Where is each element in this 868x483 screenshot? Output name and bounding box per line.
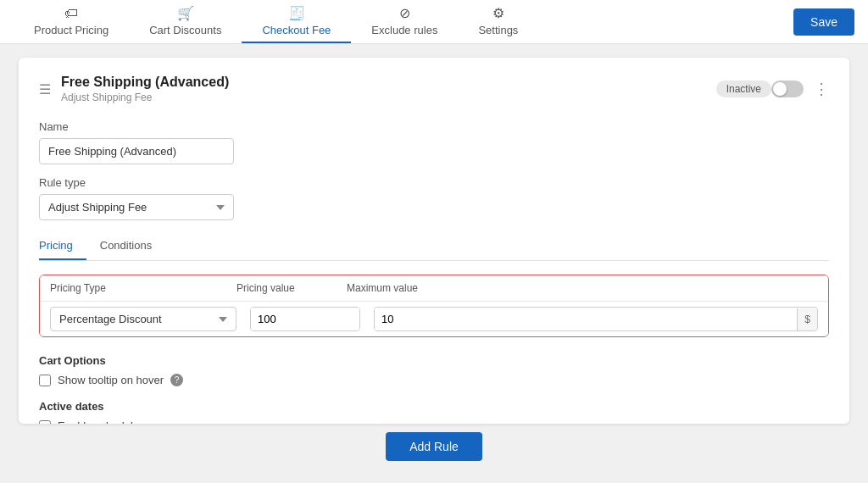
pricing-value-wrap: % <box>250 307 360 331</box>
tab-pricing-label: Pricing <box>39 239 73 252</box>
tab-cart-discounts-label: Cart Discounts <box>149 24 221 36</box>
name-label: Name <box>39 120 829 133</box>
sub-tab-bar: Pricing Conditions <box>39 232 829 261</box>
header-right: ⋮ <box>771 80 829 98</box>
rule-type-label: Rule type <box>39 176 829 189</box>
tab-exclude-rules[interactable]: ⊘ Exclude rules <box>351 0 458 43</box>
col-header-value: Pricing value <box>236 282 347 294</box>
pricing-table-row: Percentage Discount % $ <box>40 302 828 336</box>
tooltip-row: Show tooltip on hover ? <box>39 374 829 386</box>
card-title-block: Free Shipping (Advanced) Adjust Shipping… <box>61 75 703 103</box>
schedule-checkbox[interactable] <box>39 420 51 425</box>
active-toggle[interactable] <box>771 80 804 97</box>
pricing-max-input[interactable] <box>375 308 797 330</box>
nav-tabs: 🏷 Product Pricing 🛒 Cart Discounts 🧾 Che… <box>14 0 793 43</box>
col-header-type: Pricing Type <box>50 282 236 294</box>
pricing-max-wrap: $ <box>374 307 818 331</box>
main-area: ☰ Free Shipping (Advanced) Adjust Shippi… <box>0 44 868 483</box>
col-header-max: Maximum value <box>347 282 818 294</box>
tooltip-label: Show tooltip on hover <box>58 374 164 386</box>
tooltip-checkbox[interactable] <box>39 375 51 386</box>
tab-cart-discounts[interactable]: 🛒 Cart Discounts <box>129 0 242 43</box>
save-button[interactable]: Save <box>793 8 854 36</box>
checkout-fee-icon: 🧾 <box>288 5 305 21</box>
pricing-table-header: Pricing Type Pricing value Maximum value <box>40 275 828 302</box>
active-dates-section: Active dates Enable schedule <box>39 400 829 424</box>
bottom-bar: Add Rule <box>386 424 482 469</box>
rule-type-field-group: Rule type Adjust Shipping Fee <box>39 176 829 220</box>
main-card: ☰ Free Shipping (Advanced) Adjust Shippi… <box>19 58 849 424</box>
tab-conditions-label: Conditions <box>100 239 152 252</box>
tab-conditions[interactable]: Conditions <box>86 232 165 260</box>
top-nav: 🏷 Product Pricing 🛒 Cart Discounts 🧾 Che… <box>0 0 868 44</box>
pricing-value-input[interactable] <box>251 308 360 330</box>
tab-checkout-fee[interactable]: 🧾 Checkout Fee <box>242 0 351 43</box>
tab-checkout-fee-label: Checkout Fee <box>262 24 331 36</box>
rule-type-select[interactable]: Adjust Shipping Fee <box>39 194 234 220</box>
settings-icon: ⚙ <box>492 5 504 21</box>
hamburger-icon[interactable]: ☰ <box>39 81 51 97</box>
active-dates-title: Active dates <box>39 400 829 413</box>
pricing-table: Pricing Type Pricing value Maximum value… <box>39 275 829 337</box>
card-header: ☰ Free Shipping (Advanced) Adjust Shippi… <box>39 75 829 103</box>
exclude-rules-icon: ⊘ <box>399 5 410 21</box>
tab-product-pricing[interactable]: 🏷 Product Pricing <box>14 0 129 43</box>
pricing-max-unit: $ <box>797 308 817 330</box>
status-badge: Inactive <box>716 80 771 97</box>
cart-options-title: Cart Options <box>39 354 829 367</box>
add-rule-button[interactable]: Add Rule <box>386 432 482 461</box>
tab-pricing[interactable]: Pricing <box>39 232 86 260</box>
card-subtitle: Adjust Shipping Fee <box>61 92 703 103</box>
tooltip-help-icon[interactable]: ? <box>170 374 183 386</box>
more-options-icon[interactable]: ⋮ <box>814 80 829 98</box>
name-input[interactable] <box>39 138 234 164</box>
name-field-group: Name <box>39 120 829 164</box>
pricing-type-select[interactable]: Percentage Discount <box>50 307 236 331</box>
tab-exclude-rules-label: Exclude rules <box>371 24 437 36</box>
cart-discounts-icon: 🛒 <box>177 5 194 21</box>
card-title: Free Shipping (Advanced) <box>61 75 703 90</box>
cart-options-section: Cart Options Show tooltip on hover ? <box>39 354 829 386</box>
tab-settings-label: Settings <box>478 24 518 36</box>
schedule-label: Enable schedule <box>58 419 139 424</box>
tab-settings[interactable]: ⚙ Settings <box>458 0 538 43</box>
tab-product-pricing-label: Product Pricing <box>34 24 108 36</box>
product-pricing-icon: 🏷 <box>64 6 78 21</box>
